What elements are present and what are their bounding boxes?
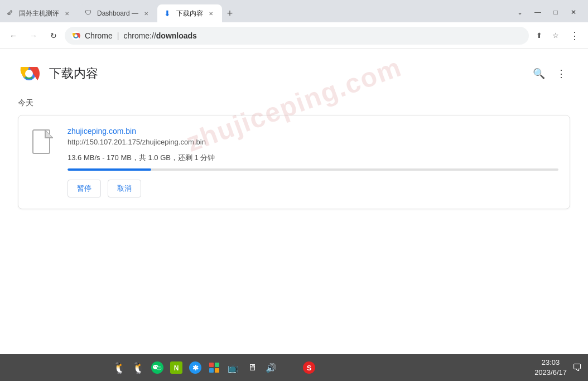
forward-button[interactable]: → bbox=[25, 27, 42, 45]
cancel-button[interactable]: 取消 bbox=[108, 180, 141, 197]
taskbar-icon-qq2[interactable]: 🐧 bbox=[131, 360, 146, 375]
download-filename[interactable]: zhujiceping.com.bin bbox=[68, 127, 558, 136]
address-bar: ← → ↻ Chrome | chrome://downloads ⬆ ☆ ⋮ bbox=[0, 22, 588, 49]
tab-downloads[interactable]: ⬇ 下载内容 ✕ bbox=[157, 4, 222, 22]
taskbar-icon-wechat[interactable] bbox=[150, 360, 165, 375]
tab-close-3[interactable]: ✕ bbox=[206, 9, 215, 18]
progress-bar-fill bbox=[68, 168, 151, 171]
address-actions: ⬆ ☆ bbox=[531, 28, 563, 44]
clock-time: 23:03 bbox=[534, 358, 567, 368]
back-button[interactable]: ← bbox=[4, 27, 22, 45]
taskbar-icon-volume[interactable]: 🔊 bbox=[263, 360, 279, 375]
tab-dashboard[interactable]: 🛡 Dashboard — ✕ bbox=[78, 4, 157, 22]
new-tab-button[interactable]: + bbox=[222, 6, 238, 21]
tab-favicon-1: 🗞 bbox=[7, 9, 16, 18]
reload-button[interactable]: ↻ bbox=[45, 27, 62, 45]
taskbar-icon-sogou[interactable]: S bbox=[301, 360, 317, 375]
svg-text:✱: ✱ bbox=[192, 364, 199, 372]
download-card: zhujiceping.com.bin http://150.107.201.1… bbox=[18, 115, 570, 209]
download-url: http://150.107.201.175/zhujiceping.com.b… bbox=[68, 138, 558, 146]
svg-point-9 bbox=[157, 366, 161, 370]
download-status: 13.6 MB/s - 170 MB，共 1.0 GB，还剩 1 分钟 bbox=[68, 153, 558, 163]
bookmark-button[interactable]: ☆ bbox=[548, 28, 563, 44]
taskbar-clock: 23:03 2023/6/17 bbox=[534, 358, 567, 378]
download-info: zhujiceping.com.bin http://150.107.201.1… bbox=[68, 127, 558, 197]
file-icon bbox=[30, 127, 56, 158]
browser-menu-button[interactable]: ⋮ bbox=[566, 27, 584, 45]
svg-point-2 bbox=[75, 34, 78, 37]
bluetooth-svg: ✱ bbox=[189, 361, 201, 374]
svg-rect-21 bbox=[215, 368, 219, 373]
minimize-button[interactable]: — bbox=[530, 4, 546, 20]
address-url: chrome://downloads bbox=[123, 31, 196, 40]
tab-label-3: 下载内容 bbox=[176, 9, 203, 18]
taskbar-right: 23:03 2023/6/17 🗨 bbox=[534, 358, 584, 378]
taskbar-icon-qq1[interactable]: 🐧 bbox=[112, 360, 127, 375]
page-header: 下载内容 🔍 ⋮ bbox=[18, 62, 570, 85]
maximize-button[interactable]: □ bbox=[548, 4, 563, 20]
tab-label-1: 国外主机测评 bbox=[19, 9, 59, 18]
svg-point-5 bbox=[25, 70, 33, 78]
download-actions: 暂停 取消 bbox=[68, 180, 558, 197]
svg-text:N: N bbox=[174, 364, 179, 372]
sogou-svg: S bbox=[303, 361, 315, 374]
taskbar-icon-display[interactable]: 🖥 bbox=[244, 360, 260, 375]
tab-favicon-3: ⬇ bbox=[164, 9, 173, 18]
page-menu-button[interactable]: ⋮ bbox=[552, 65, 570, 83]
taskbar-icons: 🐧 🐧 N ✱ bbox=[112, 360, 317, 375]
svg-text:S: S bbox=[307, 364, 312, 372]
share-button[interactable]: ⬆ bbox=[531, 28, 547, 44]
svg-point-12 bbox=[158, 368, 158, 368]
chrome-logo-large bbox=[18, 62, 40, 85]
svg-point-10 bbox=[155, 366, 156, 368]
svg-point-11 bbox=[156, 366, 157, 368]
taskbar-icon-nvidia[interactable]: N bbox=[168, 360, 184, 375]
nvidia-svg: N bbox=[170, 361, 182, 374]
taskbar-icon-lang[interactable] bbox=[282, 360, 298, 375]
grid-svg bbox=[209, 362, 220, 373]
tab-favicon-2: 🛡 bbox=[85, 9, 94, 18]
section-today-label: 今天 bbox=[18, 98, 570, 108]
tab-close-1[interactable]: ✕ bbox=[62, 9, 71, 18]
svg-rect-20 bbox=[209, 368, 214, 373]
chrome-icon bbox=[71, 31, 80, 40]
file-icon-svg bbox=[32, 129, 54, 156]
chevron-button[interactable]: ⌄ bbox=[512, 4, 528, 20]
taskbar-icon-bluetooth[interactable]: ✱ bbox=[187, 360, 203, 375]
page-title: 下载内容 bbox=[49, 65, 98, 82]
address-brand: Chrome bbox=[85, 31, 113, 40]
address-sep: | bbox=[117, 31, 119, 40]
taskbar-icon-grid[interactable] bbox=[206, 360, 222, 375]
close-button[interactable]: ✕ bbox=[566, 4, 581, 20]
svg-point-13 bbox=[159, 368, 160, 368]
address-input[interactable]: Chrome | chrome://downloads bbox=[65, 27, 529, 45]
progress-bar bbox=[68, 168, 558, 171]
search-icon-button[interactable]: 🔍 bbox=[530, 65, 548, 83]
tab-close-2[interactable]: ✕ bbox=[142, 9, 151, 18]
svg-rect-19 bbox=[215, 363, 219, 367]
tab-guowai[interactable]: 🗞 国外主机测评 ✕ bbox=[0, 4, 78, 22]
svg-rect-18 bbox=[209, 363, 214, 367]
notification-button[interactable]: 🗨 bbox=[571, 361, 584, 374]
taskbar: 🐧 🐧 N ✱ bbox=[0, 354, 588, 381]
title-bar: 🗞 国外主机测评 ✕ 🛡 Dashboard — ✕ ⬇ 下载内容 ✕ + ⌄ … bbox=[0, 0, 588, 22]
taskbar-icon-screen[interactable]: 📺 bbox=[225, 360, 241, 375]
window-controls: ⌄ — □ ✕ bbox=[505, 4, 588, 20]
pause-button[interactable]: 暂停 bbox=[68, 180, 101, 197]
page-content: 下载内容 🔍 ⋮ 今天 zhujiceping.com.bin http://1… bbox=[0, 49, 588, 354]
wechat-svg bbox=[151, 361, 163, 374]
clock-date: 2023/6/17 bbox=[534, 368, 567, 378]
page-header-actions: 🔍 ⋮ bbox=[530, 65, 570, 83]
tab-strip: 🗞 国外主机测评 ✕ 🛡 Dashboard — ✕ ⬇ 下载内容 ✕ + bbox=[0, 0, 505, 22]
address-url-bold: downloads bbox=[156, 31, 197, 40]
tab-label-2: Dashboard — bbox=[97, 9, 138, 17]
